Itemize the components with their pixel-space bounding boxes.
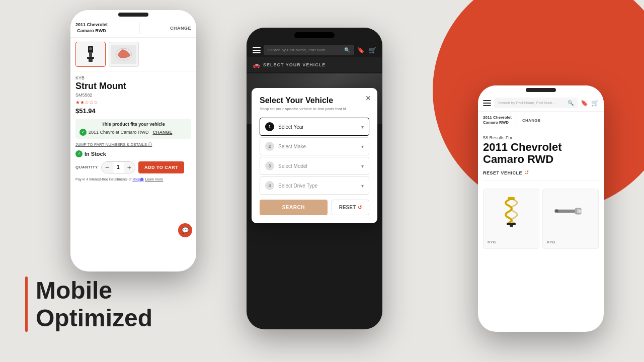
hero-line1: Mobile <box>36 277 112 304</box>
menu-line-p3-2 <box>483 103 491 104</box>
svg-rect-10 <box>556 210 577 213</box>
phone1-in-stock-row: ✓ In Stock <box>75 150 191 157</box>
shock-absorber-icon <box>554 197 587 225</box>
phone2-notch-area <box>247 28 382 43</box>
phone1-quantity-row: QUANTITY − 1 + ADD TO CART <box>75 161 191 173</box>
phone3-bookmark-icon[interactable]: 🔖 <box>581 100 588 107</box>
phone1-in-stock-text: In Stock <box>85 151 106 157</box>
phone3-product-brand-2: KYB <box>547 240 555 244</box>
phone2-step-1-num: 1 <box>265 122 274 131</box>
phone3-product-img-2 <box>553 193 588 228</box>
phone3-vehicle-header: 2011 Chevrolet Camaro RWD CHANGE <box>478 112 604 129</box>
phone2-modal-title: Select Your Vehicle <box>260 96 369 105</box>
phone2-step-4-chevron: ▾ <box>361 183 364 189</box>
phone2-step-2-label: Select Make <box>278 144 361 149</box>
car-icon: 🚗 <box>253 61 260 68</box>
phone3-product-card-1[interactable]: KYB <box>483 189 539 249</box>
phone3-vehicle-line1: 2011 Chevrolet <box>483 115 512 120</box>
phone2-notch <box>294 32 335 38</box>
phone1-fits-vehicle-text: 2011 Chevrolet Camaro RWD <box>89 130 148 135</box>
phone3-product-brand-1: KYB <box>488 240 496 244</box>
svg-rect-3 <box>87 57 94 59</box>
svg-point-2 <box>89 47 92 50</box>
phone1-shop-pay-learn[interactable]: Learn more <box>145 177 163 181</box>
phone1-vehicle-line1: 2011 Chevrolet <box>75 22 108 28</box>
menu-line-p3-3 <box>483 105 491 106</box>
phone2-modal-buttons: SEARCH RESET ↺ <box>260 200 369 215</box>
phone1-header: 2011 Chevrolet Camaro RWD CHANGE <box>70 19 196 38</box>
phone3-top-bar: Search by Part Name, Part Num... 🔍 🔖 🛒 <box>478 95 604 112</box>
phone3-reset-vehicle-icon: ↺ <box>524 169 529 176</box>
phone2-search-icon: 🔍 <box>344 47 350 53</box>
phone2-step-1-row[interactable]: 1 Select Year ▾ <box>260 118 369 136</box>
phone2-vehicle-bar[interactable]: 🚗 SELECT YOUR VEHICLE <box>247 57 382 72</box>
phone1-qty-value: 1 <box>113 162 124 173</box>
phone2-top-bar: Search by Part Name, Part Num... 🔍 🔖 🛒 <box>247 43 382 57</box>
strut-mount-icon <box>81 45 100 64</box>
phone2-step-4-label: Select Drive Type <box>278 183 361 189</box>
phone2-step-3-label: Select Model <box>278 163 361 169</box>
green-check-icon: ✓ <box>79 129 87 136</box>
menu-line-p3-1 <box>483 100 491 101</box>
phone2-menu-icon[interactable] <box>253 47 261 53</box>
hero-line2: Optimized <box>36 305 152 331</box>
phone2-search-bar[interactable]: Search by Part Name, Part Num... 🔍 <box>264 45 354 55</box>
phone1-stars: ★★☆☆☆ <box>75 100 191 105</box>
phone2-step-4-row[interactable]: 4 Select Drive Type ▾ <box>260 176 369 195</box>
phone1-part-number: SM5582 <box>75 93 191 98</box>
phone2-step-2-num: 2 <box>265 142 274 151</box>
phone2-reset-button[interactable]: RESET ↺ <box>332 200 369 215</box>
phone3-change-button[interactable]: CHANGE <box>522 118 540 123</box>
phone-3: Search by Part Name, Part Num... 🔍 🔖 🛒 2… <box>478 85 604 332</box>
phone2-search-button[interactable]: SEARCH <box>260 200 328 215</box>
phone1-change-button[interactable]: CHANGE <box>170 26 191 31</box>
phone3-menu-icon[interactable] <box>483 100 491 106</box>
phone3-search-icon: 🔍 <box>568 100 574 106</box>
phone3-vehicle-divider <box>517 115 517 126</box>
phone3-top-icons: 🔖 🛒 <box>581 100 599 107</box>
phone2-step-2-chevron: ▾ <box>361 144 364 149</box>
phone1-vehicle-info: 2011 Chevrolet Camaro RWD <box>75 22 108 34</box>
phone1-thumb-1[interactable] <box>75 42 106 67</box>
phone1-price: $51.94 <box>75 107 191 115</box>
phone3-results-section: 58 Results For 2011 ChevroletCamaro RWD … <box>478 129 604 189</box>
phone1-thumb-2[interactable] <box>109 42 139 67</box>
svg-rect-1 <box>89 52 92 57</box>
phone3-notch <box>526 88 556 92</box>
phone1-vehicle-line2: Camaro RWD <box>75 28 108 34</box>
phone3-results-divider <box>483 180 599 180</box>
phone2-vehicle-modal: ✕ Select Your Vehicle Shop for your spec… <box>252 88 377 223</box>
phone1-notch <box>118 13 148 17</box>
phone2-search-placeholder: Search by Part Name, Part Num... <box>268 48 342 52</box>
phone2-step-3-row[interactable]: 3 Select Model ▾ <box>260 157 369 175</box>
phone3-search-bar[interactable]: Search by Part Name, Part Num... 🔍 <box>494 98 578 108</box>
svg-rect-4 <box>89 59 93 62</box>
phone3-cart-icon[interactable]: 🛒 <box>591 100 599 107</box>
phone1-quantity-label: QUANTITY <box>75 165 98 169</box>
phone2-modal-subtitle: Shop for your specific vehicle to find p… <box>260 107 369 112</box>
phone2-step-2-row[interactable]: 2 Select Make ▾ <box>260 137 369 155</box>
phone1-qty-decrease[interactable]: − <box>102 162 113 173</box>
phone1-fits-title: This product fits your vehicle <box>79 122 187 127</box>
phone1-in-stock-check: ✓ <box>75 150 83 157</box>
phone1-chat-bubble[interactable]: 💬 <box>178 223 192 237</box>
phone3-product-card-2[interactable]: KYB <box>542 189 599 249</box>
phone1-fits-change-link[interactable]: CHANGE <box>152 130 172 135</box>
phone3-results-title: 2011 ChevroletCamaro RWD <box>483 141 599 165</box>
phone1-add-to-cart-button[interactable]: ADD TO CART <box>138 161 184 173</box>
phone2-step-1-chevron: ▾ <box>361 124 364 130</box>
phone1-qty-increase[interactable]: + <box>124 162 135 173</box>
phone1-product-images <box>70 38 196 71</box>
phone1-notch-bar <box>70 10 196 19</box>
bookmark-icon[interactable]: 🔖 <box>357 47 365 54</box>
phone3-reset-vehicle-text[interactable]: RESET VEHICLE <box>483 170 522 175</box>
phone1-jump-link[interactable]: JUMP TO PART NUMBERS & DETAILS ⓘ <box>75 142 191 147</box>
phone3-product-img-1 <box>494 193 529 228</box>
phone1-product-info: KYB Strut Mount SM5582 ★★☆☆☆ $51.94 This… <box>70 71 196 186</box>
svg-point-13 <box>578 210 582 213</box>
menu-line-2 <box>253 50 261 51</box>
phone2-select-vehicle-text: SELECT YOUR VEHICLE <box>263 62 326 67</box>
cart-icon[interactable]: 🛒 <box>369 47 376 54</box>
phone2-modal-close-button[interactable]: ✕ <box>365 94 371 102</box>
phone-2: Search by Part Name, Part Num... 🔍 🔖 🛒 🚗… <box>247 28 382 329</box>
